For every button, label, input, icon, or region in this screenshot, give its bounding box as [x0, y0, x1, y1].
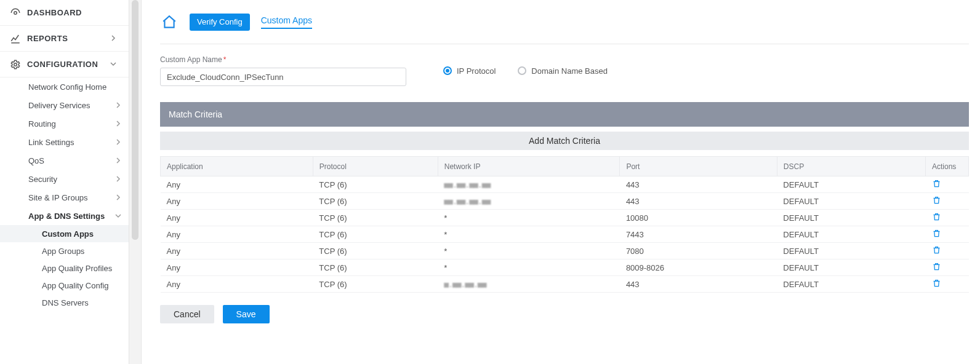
radio-domain-name-based[interactable]: Domain Name Based — [518, 66, 608, 76]
verify-config-button[interactable]: Verify Config — [190, 14, 250, 31]
table-row: AnyTCP (6)■■.■■.■■.■■443DEFAULT — [161, 176, 969, 193]
cell-network-ip: ■■.■■.■■.■■ — [438, 176, 620, 193]
cell-dscp: DEFAULT — [777, 226, 925, 243]
sidebar-item-link-settings[interactable]: Link Settings — [0, 133, 129, 151]
cell-port: 8009-8026 — [620, 259, 777, 276]
chevron-right-icon — [115, 175, 124, 184]
col-actions: Actions — [926, 157, 969, 176]
delete-icon[interactable] — [932, 179, 941, 188]
cell-network-ip: ■■.■■.■■.■■ — [438, 193, 620, 210]
cell-protocol: TCP (6) — [313, 276, 438, 293]
cell-protocol: TCP (6) — [313, 243, 438, 259]
col-application: Application — [161, 157, 313, 176]
cell-port: 443 — [620, 176, 777, 193]
breadcrumb: Verify Config Custom Apps — [160, 0, 969, 44]
nav-reports-label: REPORTS — [27, 34, 104, 43]
cell-protocol: TCP (6) — [313, 259, 438, 276]
sidebar-item-routing[interactable]: Routing — [0, 114, 129, 133]
custom-app-name-input[interactable] — [160, 68, 406, 86]
cell-protocol: TCP (6) — [313, 226, 438, 243]
cell-protocol: TCP (6) — [313, 176, 438, 193]
gear-icon — [10, 59, 21, 70]
home-icon[interactable] — [160, 13, 179, 31]
radio-dot-icon — [518, 66, 526, 75]
cell-application: Any — [161, 210, 313, 226]
reports-icon — [10, 33, 21, 44]
cell-port: 7080 — [620, 243, 777, 259]
cell-dscp: DEFAULT — [777, 176, 925, 193]
subnav-app-groups[interactable]: App Groups — [0, 242, 129, 259]
main-content: Verify Config Custom Apps Custom App Nam… — [142, 0, 980, 364]
sidebar-item-app-dns-settings[interactable]: App & DNS Settings — [0, 207, 129, 225]
cell-port: 7443 — [620, 226, 777, 243]
save-button[interactable]: Save — [223, 305, 270, 323]
cell-application: Any — [161, 226, 313, 243]
sidebar-item-delivery-services[interactable]: Delivery Services — [0, 96, 129, 114]
radio-ip-protocol[interactable]: IP Protocol — [443, 66, 496, 76]
sidebar-scrollbar[interactable] — [129, 0, 142, 364]
table-row: AnyTCP (6)■.■■.■■.■■443DEFAULT — [161, 276, 969, 293]
cell-network-ip: ■.■■.■■.■■ — [438, 276, 620, 293]
cell-network-ip: * — [438, 210, 620, 226]
chevron-right-icon — [115, 101, 124, 110]
cell-protocol: TCP (6) — [313, 210, 438, 226]
sidebar: DASHBOARD REPORTS CONFIGURATION Network … — [0, 0, 129, 364]
nav-configuration[interactable]: CONFIGURATION — [0, 52, 129, 77]
subnav-app-quality-config[interactable]: App Quality Config — [0, 277, 129, 294]
cell-dscp: DEFAULT — [777, 276, 925, 293]
cell-network-ip: * — [438, 259, 620, 276]
cell-port: 443 — [620, 193, 777, 210]
cell-protocol: TCP (6) — [313, 193, 438, 210]
cell-application: Any — [161, 193, 313, 210]
cell-application: Any — [161, 243, 313, 259]
scrollbar-thumb[interactable] — [132, 0, 139, 240]
chevron-down-icon — [115, 212, 124, 221]
sidebar-item-security[interactable]: Security — [0, 170, 129, 188]
delete-icon[interactable] — [932, 229, 941, 238]
match-criteria-table: Application Protocol Network IP Port DSC… — [160, 156, 969, 293]
cell-port: 10080 — [620, 210, 777, 226]
cell-dscp: DEFAULT — [777, 259, 925, 276]
svg-point-0 — [14, 63, 17, 66]
cell-port: 443 — [620, 276, 777, 293]
radio-dot-icon — [443, 66, 452, 75]
cancel-button[interactable]: Cancel — [160, 305, 214, 323]
col-dscp: DSCP — [777, 157, 925, 176]
delete-icon[interactable] — [932, 196, 941, 205]
delete-icon[interactable] — [932, 212, 941, 221]
nav-dashboard[interactable]: DASHBOARD — [0, 0, 129, 26]
subnav-app-quality-profiles[interactable]: App Quality Profiles — [0, 259, 129, 277]
sidebar-item-site-ip-groups[interactable]: Site & IP Groups — [0, 188, 129, 207]
nav-reports[interactable]: REPORTS — [0, 26, 129, 52]
subnav-dns-servers[interactable]: DNS Servers — [0, 294, 129, 311]
gauge-icon — [10, 7, 21, 18]
chevron-down-icon — [110, 60, 119, 69]
col-protocol: Protocol — [313, 157, 438, 176]
cell-application: Any — [161, 176, 313, 193]
chevron-right-icon — [115, 138, 124, 147]
chevron-right-icon — [115, 119, 124, 129]
table-row: AnyTCP (6)*8009-8026DEFAULT — [161, 259, 969, 276]
form-row: Custom App Name* IP Protocol Domain Name… — [160, 55, 969, 86]
col-port: Port — [620, 157, 777, 176]
col-network-ip: Network IP — [438, 157, 620, 176]
delete-icon[interactable] — [932, 279, 941, 288]
sidebar-item-qos[interactable]: QoS — [0, 151, 129, 170]
subnav-custom-apps[interactable]: Custom Apps — [0, 225, 129, 242]
breadcrumb-current[interactable]: Custom Apps — [261, 15, 312, 29]
add-match-criteria-button[interactable]: Add Match Criteria — [160, 132, 969, 150]
sidebar-item-network-config-home[interactable]: Network Config Home — [0, 77, 129, 96]
table-row: AnyTCP (6)*10080DEFAULT — [161, 210, 969, 226]
match-criteria-header: Match Criteria — [160, 102, 969, 127]
table-row: AnyTCP (6)*7443DEFAULT — [161, 226, 969, 243]
delete-icon[interactable] — [932, 262, 941, 271]
chevron-right-icon — [115, 156, 124, 165]
cell-network-ip: * — [438, 243, 620, 259]
cell-application: Any — [161, 259, 313, 276]
chevron-right-icon — [110, 34, 119, 43]
cell-dscp: DEFAULT — [777, 210, 925, 226]
app-name-label: Custom App Name* — [160, 55, 406, 64]
chevron-right-icon — [115, 193, 124, 202]
delete-icon[interactable] — [932, 245, 941, 255]
nav-configuration-label: CONFIGURATION — [27, 60, 104, 69]
